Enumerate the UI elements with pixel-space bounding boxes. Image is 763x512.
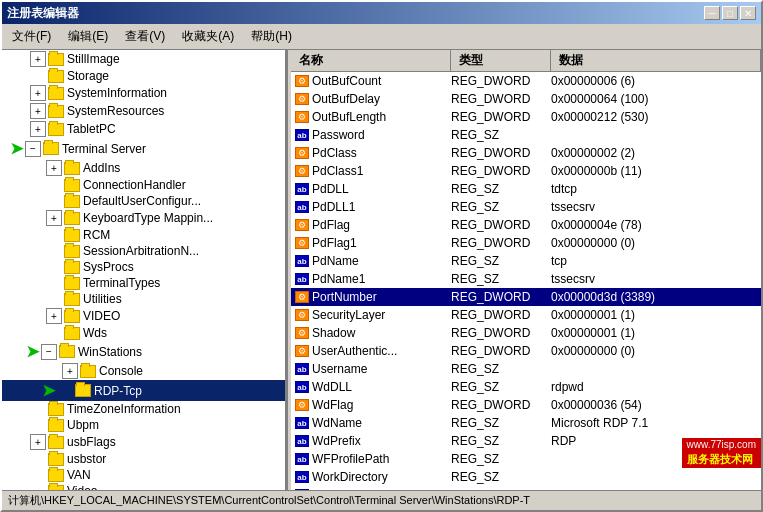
- tree-label: SystemResources: [67, 104, 164, 118]
- registry-row[interactable]: ⚙ SecurityLayer REG_DWORD 0x00000001 (1): [291, 306, 761, 324]
- tree-item-sysprocs[interactable]: SysProcs: [2, 259, 285, 275]
- registry-row[interactable]: ab PdDLL1 REG_SZ tssecsrv: [291, 198, 761, 216]
- registry-row[interactable]: ⚙ OutBufLength REG_DWORD 0x00000212 (530…: [291, 108, 761, 126]
- registry-row[interactable]: ⚙ WdFlag REG_DWORD 0x00000036 (54): [291, 396, 761, 414]
- tree-item-tabletpc[interactable]: +TabletPC: [2, 120, 285, 138]
- reg-cell-name: ab WorkDirectory: [291, 469, 447, 485]
- tree-expander[interactable]: +: [46, 210, 62, 226]
- registry-row[interactable]: ab Password REG_SZ: [291, 126, 761, 144]
- tree-label: StillImage: [67, 52, 120, 66]
- registry-row[interactable]: ⚙ PdClass1 REG_DWORD 0x0000000b (11): [291, 162, 761, 180]
- menu-favorites[interactable]: 收藏夹(A): [176, 26, 240, 47]
- tree-item-video2[interactable]: Video: [2, 483, 285, 490]
- reg-cell-name: ab PdName: [291, 253, 447, 269]
- menu-view[interactable]: 查看(V): [119, 26, 171, 47]
- registry-row[interactable]: ⚙ PdFlag REG_DWORD 0x0000004e (78): [291, 216, 761, 234]
- tree-item-keyboardmap[interactable]: +KeyboardType Mappin...: [2, 209, 285, 227]
- tree-item-addins[interactable]: +AddIns: [2, 159, 285, 177]
- reg-name-text: PdFlag: [312, 218, 350, 232]
- registry-row[interactable]: ab PdDLL REG_SZ tdtcp: [291, 180, 761, 198]
- reg-name-text: PdDLL1: [312, 200, 355, 214]
- registry-row[interactable]: ab WorkDirectory REG_SZ: [291, 468, 761, 486]
- tree-item-connhandler[interactable]: ConnectionHandler: [2, 177, 285, 193]
- reg-name-text: PdName1: [312, 272, 365, 286]
- tree-item-defuserconfig[interactable]: DefaultUserConfigur...: [2, 193, 285, 209]
- registry-row[interactable]: ab Username REG_SZ: [291, 360, 761, 378]
- col-header-type[interactable]: 类型: [451, 50, 551, 71]
- registry-row[interactable]: ⚙ OutBufCount REG_DWORD 0x00000006 (6): [291, 72, 761, 90]
- reg-cell-name: ⚙ Shadow: [291, 325, 447, 341]
- tree-item-video[interactable]: +VIDEO: [2, 307, 285, 325]
- restore-button[interactable]: □: [722, 6, 738, 20]
- reg-cell-name: ⚙ OutBufDelay: [291, 91, 447, 107]
- tree-item-storage[interactable]: Storage: [2, 68, 285, 84]
- folder-icon: [64, 293, 80, 306]
- reg-icon: ab: [295, 255, 309, 267]
- tree-label: KeyboardType Mappin...: [83, 211, 213, 225]
- tree-item-van[interactable]: VAN: [2, 467, 285, 483]
- tree-item-wds[interactable]: Wds: [2, 325, 285, 341]
- tree-expander[interactable]: +: [30, 103, 46, 119]
- tree-expander[interactable]: +: [30, 51, 46, 67]
- registry-row[interactable]: ⚙ PortNumber REG_DWORD 0x00000d3d (3389): [291, 288, 761, 306]
- folder-icon: [48, 419, 64, 432]
- tree-expander[interactable]: +: [46, 160, 62, 176]
- reg-cell-data: 0x00000000 (0): [547, 343, 761, 359]
- tree-item-terminaltypes[interactable]: TerminalTypes: [2, 275, 285, 291]
- tree-item-rcm[interactable]: RCM: [2, 227, 285, 243]
- menu-file[interactable]: 文件(F): [6, 26, 57, 47]
- tree-item-usbflags[interactable]: +usbFlags: [2, 433, 285, 451]
- tree-label: Wds: [83, 326, 107, 340]
- folder-icon: [48, 70, 64, 83]
- registry-row[interactable]: ab PdName1 REG_SZ tssecsrv: [291, 270, 761, 288]
- tree-item-stillimage[interactable]: +StillImage: [2, 50, 285, 68]
- reg-name-text: OutBufDelay: [312, 92, 380, 106]
- tree-item-ubpm[interactable]: Ubpm: [2, 417, 285, 433]
- registry-row[interactable]: ab WdName REG_SZ Microsoft RDP 7.1: [291, 414, 761, 432]
- tree-item-sessionarb[interactable]: SessionArbitrationN...: [2, 243, 285, 259]
- tree-item-usbstor[interactable]: usbstor: [2, 451, 285, 467]
- tree-item-rdptcp[interactable]: ➤RDP-Tcp: [2, 380, 285, 401]
- folder-icon: [64, 179, 80, 192]
- menu-edit[interactable]: 编辑(E): [62, 26, 114, 47]
- reg-cell-data: 0x0000000b (11): [547, 163, 761, 179]
- tree-expander[interactable]: +: [30, 434, 46, 450]
- reg-cell-type: REG_SZ: [447, 451, 547, 467]
- tree-expander[interactable]: +: [46, 308, 62, 324]
- registry-row[interactable]: ⚙ PdClass REG_DWORD 0x00000002 (2): [291, 144, 761, 162]
- registry-row[interactable]: ab WsxDLL REG_SZ rdpwsx: [291, 486, 761, 490]
- reg-cell-name: ab Password: [291, 127, 447, 143]
- close-button[interactable]: ✕: [740, 6, 756, 20]
- registry-row[interactable]: ⚙ PdFlag1 REG_DWORD 0x00000000 (0): [291, 234, 761, 252]
- registry-row[interactable]: ⚙ UserAuthentic... REG_DWORD 0x00000000 …: [291, 342, 761, 360]
- menu-help[interactable]: 帮助(H): [245, 26, 298, 47]
- reg-cell-data: tssecsrv: [547, 271, 761, 287]
- reg-cell-name: ⚙ PdFlag: [291, 217, 447, 233]
- tree-label: Utilities: [83, 292, 122, 306]
- tree-item-terminalserver[interactable]: ➤−Terminal Server: [2, 138, 285, 159]
- registry-row[interactable]: ⚙ Shadow REG_DWORD 0x00000001 (1): [291, 324, 761, 342]
- tree-expander[interactable]: +: [62, 363, 78, 379]
- tree-item-console[interactable]: +Console: [2, 362, 285, 380]
- registry-row[interactable]: ⚙ OutBufDelay REG_DWORD 0x00000064 (100): [291, 90, 761, 108]
- tree-expander[interactable]: +: [30, 85, 46, 101]
- folder-icon: [48, 123, 64, 136]
- menu-bar: 文件(F) 编辑(E) 查看(V) 收藏夹(A) 帮助(H): [2, 24, 761, 50]
- folder-icon: [64, 229, 80, 242]
- tree-item-systeminfo[interactable]: +SystemInformation: [2, 84, 285, 102]
- tree-expander[interactable]: −: [25, 141, 41, 157]
- tree-item-winstations[interactable]: ➤−WinStations: [2, 341, 285, 362]
- col-header-name[interactable]: 名称: [291, 50, 451, 71]
- registry-row[interactable]: ab WdDLL REG_SZ rdpwd: [291, 378, 761, 396]
- minimize-button[interactable]: ─: [704, 6, 720, 20]
- tree-item-timezoneinfo[interactable]: TimeZoneInformation: [2, 401, 285, 417]
- tree-item-utilities[interactable]: Utilities: [2, 291, 285, 307]
- tree-expander[interactable]: +: [30, 121, 46, 137]
- folder-icon: [59, 345, 75, 358]
- tree-item-sysresources[interactable]: +SystemResources: [2, 102, 285, 120]
- registry-row[interactable]: ab PdName REG_SZ tcp: [291, 252, 761, 270]
- arrow-indicator: ➤: [42, 381, 55, 400]
- reg-cell-type: REG_SZ: [447, 253, 547, 269]
- tree-expander[interactable]: −: [41, 344, 57, 360]
- col-header-data[interactable]: 数据: [551, 50, 761, 71]
